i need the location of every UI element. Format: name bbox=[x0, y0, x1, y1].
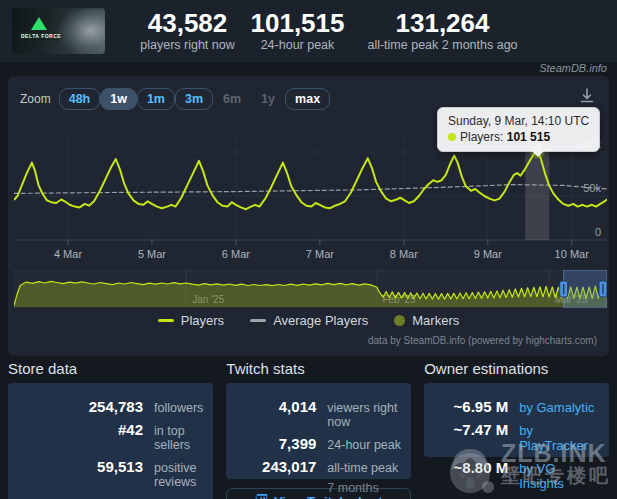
row-label: positive reviews bbox=[154, 461, 203, 489]
row-value: 254,783 bbox=[18, 398, 143, 415]
stat-label: all-time peak 2 months ago bbox=[335, 38, 550, 52]
row-label: in top sellers bbox=[154, 424, 203, 452]
x-axis-label: 10 Mar bbox=[555, 248, 590, 260]
view-twitch-chart-label: View Twitch chart bbox=[274, 494, 383, 499]
navigator-handle-right[interactable] bbox=[599, 281, 607, 297]
row-value: 4,014 bbox=[236, 398, 316, 415]
x-axis-label: 9 Mar bbox=[474, 248, 502, 260]
table-row: ~7.47 Mby PlayTracker bbox=[434, 421, 599, 453]
player-chart-panel: Zoom 48h1w1m3m6m1ymax 050k100k4 Mar5 Mar… bbox=[8, 76, 609, 356]
game-capsule-image[interactable]: DELTA FORCE bbox=[12, 8, 105, 54]
row-value: 7,399 bbox=[236, 435, 316, 452]
x-axis-label: 5 Mar bbox=[138, 248, 166, 260]
chart-tooltip: Sunday, 9 Mar, 14:10 UTC Players: 101 51… bbox=[437, 107, 600, 152]
owner-estimate-link[interactable]: by Gamalytic bbox=[519, 400, 594, 415]
legend-line-icon bbox=[250, 319, 266, 322]
y-axis-label-0: 0 bbox=[595, 226, 601, 238]
legend-label: Players bbox=[181, 313, 224, 328]
table-row: 29,729negative reviews bbox=[18, 495, 203, 499]
row-value: 29,729 bbox=[18, 495, 143, 499]
row-label: all-time peak bbox=[327, 461, 398, 475]
x-axis-label: 8 Mar bbox=[390, 248, 418, 260]
zoom-button-max[interactable]: max bbox=[285, 88, 330, 110]
legend-item-players[interactable]: Players bbox=[158, 313, 224, 328]
legend-item-average-players[interactable]: Average Players bbox=[250, 313, 368, 328]
owner-estimations-card: ~6.95 Mby Gamalytic~7.47 Mby PlayTracker… bbox=[424, 383, 609, 457]
row-label: followers bbox=[154, 401, 203, 415]
download-chart-icon[interactable] bbox=[579, 88, 595, 104]
stats-section: Store data 254,783followers#42in top sel… bbox=[8, 360, 609, 499]
owner-estimations-column: Owner estimations ~6.95 Mby Gamalytic~7.… bbox=[424, 360, 609, 499]
x-axis-label: 4 Mar bbox=[54, 248, 82, 260]
twitch-icon bbox=[255, 494, 268, 499]
chart-legend: PlayersAverage PlayersMarkers bbox=[8, 313, 609, 328]
twitch-stats-column: Twitch stats 4,014viewers right now7,399… bbox=[226, 360, 411, 499]
row-value: ~8.80 M bbox=[434, 459, 508, 476]
table-row: 243,017all-time peak bbox=[236, 458, 401, 475]
series-color-dot bbox=[448, 133, 456, 141]
table-row: ~8.80 Mby VG Insights bbox=[434, 459, 599, 491]
steamdb-link[interactable]: SteamDB.info bbox=[539, 62, 607, 74]
legend-line-icon bbox=[158, 319, 174, 322]
table-row: ~6.95 Mby Gamalytic bbox=[434, 398, 599, 415]
delta-triangle-icon bbox=[31, 17, 47, 30]
table-row: 7,39924-hour peak bbox=[236, 435, 401, 452]
tooltip-date: Sunday, 9 Mar, 14:10 UTC bbox=[448, 113, 589, 129]
x-axis-label: 7 Mar bbox=[306, 248, 334, 260]
zoom-button-3m[interactable]: 3m bbox=[175, 88, 213, 110]
store-data-title: Store data bbox=[8, 360, 213, 377]
navigator-handle-left[interactable] bbox=[560, 281, 568, 297]
zoom-button-48h[interactable]: 48h bbox=[59, 88, 101, 110]
app-header: DELTA FORCE 43,582 players right now 101… bbox=[0, 0, 617, 62]
legend-label: Markers bbox=[412, 313, 459, 328]
delta-force-logo: DELTA FORCE bbox=[19, 17, 59, 40]
row-label: 24-hour peak bbox=[327, 438, 401, 452]
row-value: ~6.95 M bbox=[434, 398, 508, 415]
owner-estimate-link[interactable]: by VG Insights bbox=[519, 461, 599, 491]
store-data-column: Store data 254,783followers#42in top sel… bbox=[8, 360, 213, 499]
range-navigator[interactable]: Jan '25Feb '25Mar '25 bbox=[14, 270, 607, 308]
zoom-controls: Zoom 48h1w1m3m6m1ymax bbox=[20, 88, 330, 110]
stat-alltime-peak: 131,264 all-time peak 2 months ago bbox=[335, 9, 550, 52]
x-axis-label: 6 Mar bbox=[222, 248, 250, 260]
owner-estimations-title: Owner estimations bbox=[424, 360, 609, 377]
table-row: #42in top sellers bbox=[18, 421, 203, 452]
legend-label: Average Players bbox=[273, 313, 368, 328]
chart-attribution: data by SteamDB.info (powered by highcha… bbox=[368, 335, 597, 346]
zoom-button-1m[interactable]: 1m bbox=[137, 88, 175, 110]
twitch-stats-card: 4,014viewers right now7,39924-hour peak2… bbox=[226, 383, 411, 479]
legend-dot-icon bbox=[394, 315, 405, 326]
row-label: viewers right now bbox=[327, 401, 401, 429]
zoom-button-1y: 1y bbox=[251, 88, 285, 110]
twitch-stats-title: Twitch stats bbox=[226, 360, 411, 377]
tooltip-value: 101 515 bbox=[507, 130, 550, 144]
row-value: 59,513 bbox=[18, 458, 143, 475]
zoom-button-1w[interactable]: 1w bbox=[100, 88, 137, 110]
tooltip-series-label: Players: bbox=[460, 130, 503, 144]
game-art-soldier bbox=[57, 10, 105, 54]
zoom-label: Zoom bbox=[20, 92, 51, 106]
row-value: #42 bbox=[18, 421, 143, 438]
store-data-card: 254,783followers#42in top sellers59,513p… bbox=[8, 383, 213, 499]
stat-value: 131,264 bbox=[335, 9, 550, 37]
row-value: 243,017 bbox=[236, 458, 316, 475]
zoom-button-6m: 6m bbox=[213, 88, 251, 110]
row-value: ~7.47 M bbox=[434, 421, 508, 438]
table-row: 254,783followers bbox=[18, 398, 203, 415]
legend-item-markers[interactable]: Markers bbox=[394, 313, 459, 328]
owner-estimate-link[interactable]: by PlayTracker bbox=[519, 423, 599, 453]
table-row: 4,014viewers right now bbox=[236, 398, 401, 429]
table-row: 59,513positive reviews bbox=[18, 458, 203, 489]
series-line-players bbox=[14, 151, 607, 210]
